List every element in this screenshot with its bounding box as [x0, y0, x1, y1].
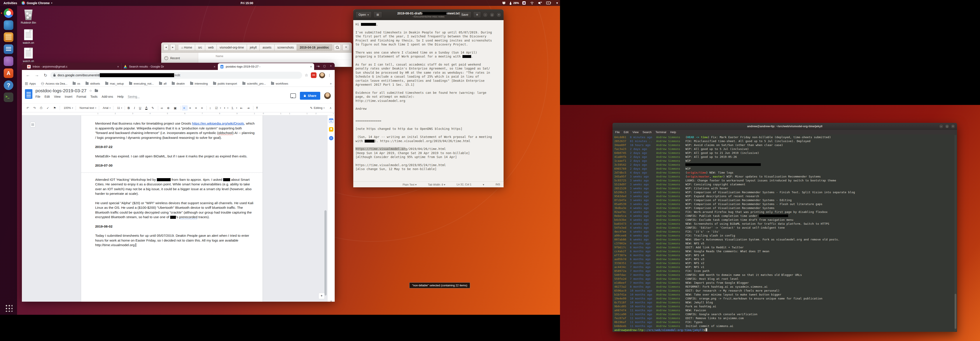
docs-scrollbar[interactable]: [325, 116, 326, 301]
breadcrumb-segment[interactable]: jekyll: [247, 44, 260, 51]
comment-history-icon[interactable]: [290, 94, 296, 98]
dock-item-chrome[interactable]: [4, 8, 13, 18]
temperature-indicator[interactable]: 28%: [510, 1, 519, 5]
move-to-folder-icon[interactable]: [95, 90, 98, 92]
statusbar-item[interactable]: Plain Text ▾: [403, 183, 417, 186]
indent-decrease-icon[interactable]: ⇤: [239, 105, 245, 111]
statusbar-item[interactable]: Tab Width: 8 ▾: [428, 183, 445, 186]
apps-shortcut[interactable]: Apps: [25, 82, 36, 85]
search-icon[interactable]: [334, 44, 341, 51]
bookmark-item[interactable]: mac_setup: [105, 82, 124, 85]
tab-close-icon[interactable]: ×: [117, 65, 119, 68]
text-color-icon[interactable]: A: [144, 105, 150, 111]
dock-item-rhythmbox[interactable]: [4, 56, 13, 66]
clock[interactable]: Fri 15:00: [240, 1, 253, 5]
close-button[interactable]: ×: [330, 65, 332, 68]
bookmark-item[interactable]: Access via Dea...: [41, 82, 67, 85]
insert-image-icon[interactable]: ▣: [172, 105, 179, 111]
show-applications-button[interactable]: [5, 304, 13, 312]
reload-icon[interactable]: ↻: [42, 73, 49, 78]
desktop-icon-watch-sh[interactable]: watch.sh: [18, 48, 39, 63]
editing-mode-button[interactable]: ✎Editing▾: [309, 105, 326, 111]
star-document-icon[interactable]: ☆: [89, 89, 92, 93]
account-avatar[interactable]: [324, 92, 331, 99]
tab-close-icon[interactable]: ×: [310, 65, 312, 68]
dock-item-libreoffice-writer[interactable]: [4, 44, 13, 54]
close-button[interactable]: ×: [496, 12, 501, 17]
hide-side-panel-icon[interactable]: «: [330, 299, 332, 301]
system-tray[interactable]: 28%▾: [502, 0, 558, 6]
align-right-icon[interactable]: ≡: [194, 105, 199, 111]
italic-icon[interactable]: I: [132, 105, 137, 111]
back-icon[interactable]: ←: [24, 73, 32, 78]
extension-icon[interactable]: •••: [311, 72, 317, 78]
maximize-button[interactable]: ▢: [323, 65, 326, 68]
redo-icon[interactable]: ↷: [32, 105, 38, 111]
bookmark-star-icon[interactable]: ☆: [305, 73, 308, 78]
styles-select[interactable]: Normal text ▾: [77, 105, 98, 110]
menu-item[interactable]: Tools: [90, 95, 97, 98]
tasks-icon[interactable]: ×: [329, 136, 333, 140]
sidebar-item-recent[interactable]: Recent: [161, 55, 198, 62]
document-title[interactable]: postdoc-logs-2019-03-27: [35, 88, 86, 94]
breadcrumb-segment[interactable]: web: [205, 44, 217, 51]
undo-icon[interactable]: ↶: [25, 105, 32, 111]
menu-item[interactable]: View: [54, 95, 60, 98]
forward-icon[interactable]: →: [33, 73, 41, 78]
profile-avatar[interactable]: [319, 72, 325, 78]
underline-icon[interactable]: U: [137, 105, 144, 111]
breadcrumb-segment[interactable]: screenshots: [275, 44, 297, 51]
minimize-button[interactable]: –: [939, 124, 943, 128]
checklist-icon[interactable]: ☑ ▾: [213, 105, 223, 111]
docs-app-icon[interactable]: [25, 89, 32, 99]
desktop-icon-rubbish-bin[interactable]: Rubbish Bin: [18, 9, 39, 24]
bookmarks-overflow-icon[interactable]: »: [330, 82, 332, 85]
browser-menu-icon[interactable]: ⋮: [328, 73, 331, 78]
tab-gmail-inbox[interactable]: Inbox - anjsimmo@gmail.c ×: [25, 63, 121, 70]
breadcrumb-segment[interactable]: ⌂ Home: [178, 44, 195, 51]
menu-item[interactable]: File: [35, 95, 40, 98]
bookmark-item[interactable]: os: [73, 82, 80, 85]
menu-item[interactable]: View: [632, 130, 638, 134]
dock-item-thunderbird[interactable]: [4, 20, 13, 30]
breadcrumb-segment[interactable]: src: [195, 44, 205, 51]
dock-item-ubuntu-software[interactable]: [4, 68, 13, 78]
paint-format-icon[interactable]: ⚑: [52, 105, 59, 111]
breadcrumb-segment[interactable]: 2019-04-19_postdoc: [297, 44, 332, 51]
menu-icon[interactable]: ≡: [342, 44, 350, 51]
close-button[interactable]: ×: [951, 124, 955, 128]
align-center-icon[interactable]: ≡: [188, 105, 194, 111]
battery-icon[interactable]: [546, 2, 552, 5]
dock-item-help[interactable]: [4, 81, 13, 90]
bookmark-item[interactable]: interesting: [190, 82, 208, 85]
highlight-icon[interactable]: ✎: [150, 105, 157, 111]
menu-item[interactable]: Help: [670, 130, 676, 134]
print-icon[interactable]: ⎙: [38, 105, 45, 111]
desktop-icon-watch-on[interactable]: watch.on: [18, 29, 39, 44]
slack-icon[interactable]: [522, 1, 527, 5]
font-size-select[interactable]: 11 ▾: [115, 105, 124, 110]
indent-increase-icon[interactable]: ⇥: [245, 105, 252, 111]
insert-link-icon[interactable]: ∞: [159, 105, 165, 111]
new-document-button[interactable]: ⊞: [374, 11, 382, 18]
menu-item[interactable]: Insert: [65, 95, 72, 98]
statusbar-item[interactable]: ▾: [483, 183, 484, 186]
open-button[interactable]: Open▾: [355, 11, 372, 18]
share-button[interactable]: Share: [300, 92, 320, 100]
terminal-scrollbar[interactable]: [955, 135, 956, 331]
statusbar-item[interactable]: INS: [495, 183, 500, 186]
add-comment-icon[interactable]: ⊕: [165, 105, 172, 111]
bookmark-item[interactable]: skillsets: [86, 82, 100, 85]
clear-formatting-icon[interactable]: Ŧ: [255, 105, 261, 111]
column-header-name[interactable]: Name: [198, 53, 352, 60]
align-left-icon[interactable]: ≡: [182, 105, 188, 111]
bullet-list-icon[interactable]: • ▾: [223, 105, 230, 111]
menu-item[interactable]: Edit: [45, 95, 50, 98]
text-editor-area[interactable]: Hi ,I've submitted timesheets in Deakin …: [353, 20, 504, 181]
bookmark-item[interactable]: executing_not...: [129, 82, 154, 85]
back-button[interactable]: ◂: [164, 44, 169, 51]
breadcrumb-segment[interactable]: vismodel-org-time: [217, 44, 247, 51]
numbered-list-icon[interactable]: 1. ▾: [230, 105, 239, 111]
menu-item[interactable]: Edit: [624, 130, 628, 134]
tab-close-icon[interactable]: ×: [214, 65, 215, 68]
